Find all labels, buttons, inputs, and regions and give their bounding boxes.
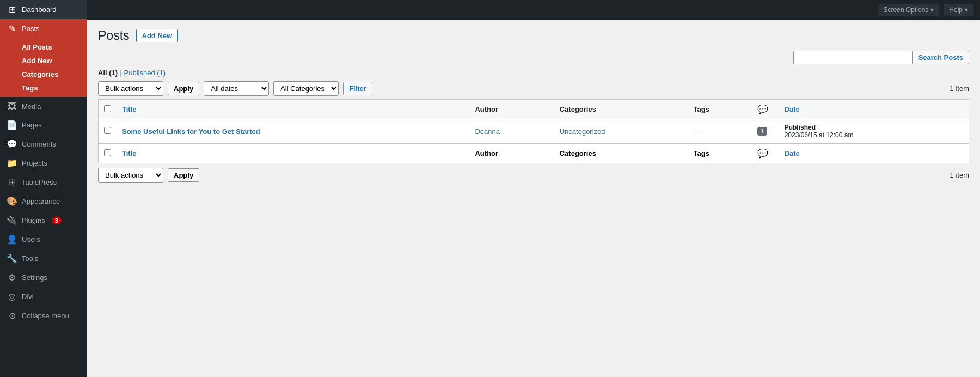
- header-tags: Tags: [688, 100, 752, 119]
- footer-tags: Tags: [688, 144, 752, 163]
- row-tags-cell: —: [688, 119, 752, 144]
- footer-author: Author: [469, 144, 554, 163]
- sidebar-item-label: Collapse menu: [22, 312, 69, 320]
- row-comments-cell: 1: [752, 119, 779, 144]
- sidebar-item-dashboard[interactable]: ⊞ Dashboard: [0, 0, 87, 19]
- post-category-link[interactable]: Uncategorized: [560, 127, 605, 136]
- sidebar-item-label: Tools: [22, 254, 38, 263]
- sidebar-item-divi[interactable]: ◎ Divi: [0, 287, 87, 306]
- chevron-down-icon: ▾: [930, 6, 934, 14]
- top-toolbar: Bulk actions Apply All dates All Categor…: [98, 81, 969, 96]
- page-header: Posts Add New: [98, 28, 969, 43]
- categories-filter-select[interactable]: All Categories: [273, 81, 339, 96]
- sidebar-item-media[interactable]: 🖼 Media: [0, 97, 87, 115]
- submenu-tags[interactable]: Tags: [0, 81, 87, 95]
- header-title: Title: [117, 100, 469, 119]
- main-area: Screen Options ▾ Help ▾ Posts Add New Se…: [87, 0, 980, 377]
- sidebar-item-posts[interactable]: ✎ Posts: [0, 19, 87, 38]
- help-button[interactable]: Help ▾: [944, 4, 973, 16]
- media-icon: 🖼: [7, 101, 17, 111]
- sidebar-item-label: Dashboard: [22, 5, 57, 14]
- chevron-down-icon: ▾: [965, 6, 968, 14]
- submenu-add-new[interactable]: Add New: [0, 54, 87, 68]
- tablepress-icon: ⊞: [7, 177, 17, 187]
- submenu-all-posts[interactable]: All Posts: [0, 40, 87, 54]
- header-checkbox-cell: [99, 100, 117, 119]
- row-date-cell: Published 2023/06/15 at 12:00 am: [779, 119, 969, 144]
- comment-count-badge[interactable]: 1: [757, 127, 767, 136]
- sidebar-item-label: Comments: [22, 140, 56, 148]
- row-categories-cell: Uncategorized: [554, 119, 688, 144]
- footer-categories: Categories: [554, 144, 688, 163]
- projects-icon: 📁: [7, 158, 17, 168]
- post-title-link[interactable]: Some Useful Links for You to Get Started: [122, 127, 260, 136]
- row-checkbox[interactable]: [104, 127, 111, 134]
- dashboard-icon: ⊞: [7, 4, 17, 15]
- date-value: 2023/06/15 at 12:00 am: [785, 131, 963, 139]
- footer-date: Date: [779, 144, 969, 163]
- row-checkbox-cell: [99, 119, 117, 144]
- sidebar-item-label: Posts: [22, 25, 40, 33]
- apply-button-top[interactable]: Apply: [168, 82, 199, 95]
- apply-button-bottom[interactable]: Apply: [168, 168, 199, 182]
- sidebar-item-label: Plugins: [22, 216, 45, 224]
- settings-icon: ⚙: [7, 272, 17, 283]
- dates-filter-select[interactable]: All dates: [204, 81, 269, 96]
- sidebar-item-projects[interactable]: 📁 Projects: [0, 154, 87, 173]
- filter-button[interactable]: Filter: [343, 82, 372, 95]
- table-row: Some Useful Links for You to Get Started…: [99, 119, 969, 144]
- sidebar: ⊞ Dashboard ✎ Posts All Posts Add New Ca…: [0, 0, 87, 377]
- filter-all-link[interactable]: All (1): [98, 69, 118, 77]
- pages-icon: 📄: [7, 120, 17, 130]
- search-input[interactable]: [793, 51, 913, 64]
- posts-submenu: All Posts Add New Categories Tags: [0, 38, 87, 97]
- posts-icon: ✎: [7, 23, 17, 34]
- tools-icon: 🔧: [7, 253, 17, 264]
- bulk-actions-select[interactable]: Bulk actions: [98, 81, 163, 96]
- plugins-icon: 🔌: [7, 215, 17, 226]
- users-icon: 👤: [7, 234, 17, 245]
- sidebar-item-label: Settings: [22, 273, 47, 282]
- sidebar-item-collapse[interactable]: ⊙ Collapse menu: [0, 306, 87, 325]
- sidebar-item-pages[interactable]: 📄 Pages: [0, 115, 87, 135]
- filter-published-link[interactable]: Published (1): [124, 69, 166, 77]
- item-count-bottom: 1 item: [950, 171, 969, 179]
- topbar: Screen Options ▾ Help ▾: [87, 0, 980, 20]
- footer-title-label[interactable]: Title: [122, 149, 137, 157]
- comments-header-icon: 💬: [757, 105, 768, 114]
- sidebar-item-label: Appearance: [22, 197, 60, 205]
- sidebar-item-users[interactable]: 👤 Users: [0, 230, 87, 249]
- item-count-top: 1 item: [950, 84, 969, 93]
- sidebar-item-tools[interactable]: 🔧 Tools: [0, 249, 87, 268]
- search-row: Search Posts: [98, 51, 969, 64]
- header-categories: Categories: [554, 100, 688, 119]
- filter-links: All (1) | Published (1): [98, 69, 969, 77]
- header-date: Date: [779, 100, 969, 119]
- select-all-checkbox[interactable]: [104, 105, 111, 112]
- sidebar-item-settings[interactable]: ⚙ Settings: [0, 268, 87, 287]
- sidebar-item-comments[interactable]: 💬 Comments: [0, 135, 87, 154]
- page-title: Posts: [98, 28, 130, 43]
- bulk-actions-select-bottom[interactable]: Bulk actions: [98, 168, 163, 183]
- footer-select-all-checkbox[interactable]: [104, 149, 111, 156]
- sidebar-item-tablepress[interactable]: ⊞ TablePress: [0, 173, 87, 192]
- footer-comments-icon: 💬: [757, 149, 768, 158]
- table-header-row: Title Author Categories Tags 💬: [99, 100, 969, 119]
- header-author: Author: [469, 100, 554, 119]
- sidebar-item-label: TablePress: [22, 178, 57, 186]
- plugins-badge: 3: [52, 217, 62, 224]
- sidebar-item-plugins[interactable]: 🔌 Plugins 3: [0, 211, 87, 230]
- search-posts-button[interactable]: Search Posts: [913, 51, 969, 64]
- sidebar-item-appearance[interactable]: 🎨 Appearance: [0, 192, 87, 211]
- collapse-icon: ⊙: [7, 311, 17, 321]
- content-area: Posts Add New Search Posts All (1) | Pub…: [87, 20, 980, 377]
- post-author-link[interactable]: Deanna: [475, 127, 500, 136]
- footer-checkbox-cell: [99, 144, 117, 163]
- add-new-button[interactable]: Add New: [136, 29, 179, 42]
- submenu-categories[interactable]: Categories: [0, 68, 87, 81]
- posts-table: Title Author Categories Tags 💬: [98, 99, 969, 163]
- screen-options-button[interactable]: Screen Options ▾: [878, 4, 940, 16]
- appearance-icon: 🎨: [7, 196, 17, 206]
- divi-icon: ◎: [7, 291, 17, 302]
- row-title-cell: Some Useful Links for You to Get Started: [117, 119, 469, 144]
